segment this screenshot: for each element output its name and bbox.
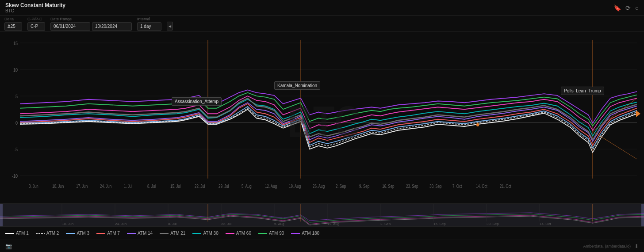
- legend-item-atm180: ATM 180: [291, 231, 319, 236]
- svg-text:24. Jun: 24. Jun: [100, 184, 111, 189]
- svg-text:24. Jun: 24. Jun: [115, 222, 126, 226]
- date-range-label: Date Range: [50, 17, 132, 21]
- bottom-bar: 📷 Amberdata, (amberdata.io) ⬇: [0, 240, 644, 252]
- svg-marker-37: [636, 111, 640, 117]
- header: Skew Constant Maturity BTC 🔖 ⟳ ○: [0, 0, 644, 16]
- bookmark-icon[interactable]: 🔖: [613, 4, 621, 11]
- svg-text:-10: -10: [12, 173, 18, 179]
- svg-text:30. Sep: 30. Sep: [429, 184, 442, 189]
- svg-text:19. Aug: 19. Aug: [327, 222, 339, 226]
- svg-text:3. Jun: 3. Jun: [29, 184, 38, 189]
- svg-text:0: 0: [15, 120, 18, 126]
- header-icons: 🔖 ⟳ ○: [613, 4, 639, 11]
- interval-input[interactable]: [137, 22, 161, 31]
- svg-text:2. Sep: 2. Sep: [380, 222, 391, 226]
- header-left: Skew Constant Maturity BTC: [5, 2, 65, 13]
- legend-label-atm60: ATM 60: [236, 231, 251, 236]
- legend-item-atm90: ATM 90: [258, 231, 284, 236]
- svg-text:14. Oct: 14. Oct: [540, 222, 552, 226]
- navigator[interactable]: 10. Jun 24. Jun 8. Jul 22. Jul 5. Aug 19…: [0, 203, 644, 226]
- collapse-button[interactable]: ◀: [167, 22, 173, 31]
- svg-text:5: 5: [15, 94, 18, 99]
- svg-text:9. Sep: 9. Sep: [359, 184, 369, 189]
- legend-label-atm2: ATM 2: [46, 231, 59, 236]
- credit-text: Amberdata, (amberdata.io): [583, 244, 631, 248]
- delta-input[interactable]: [4, 22, 22, 31]
- svg-text:30. Sep: 30. Sep: [487, 222, 499, 226]
- camera-icon[interactable]: 📷: [5, 243, 12, 249]
- svg-text:26. Aug: 26. Aug: [313, 184, 325, 189]
- delta-group: Delta: [4, 17, 22, 31]
- svg-text:29. Jul: 29. Jul: [218, 184, 229, 189]
- svg-text:22. Jul: 22. Jul: [195, 184, 205, 189]
- svg-point-38: [476, 123, 479, 127]
- svg-text:1. Jul: 1. Jul: [124, 184, 132, 189]
- legend-item-atm3: ATM 3: [66, 231, 89, 236]
- legend-label-atm30: ATM 30: [203, 231, 218, 236]
- annotation-assassination: Assassination_Attemp: [172, 97, 222, 106]
- svg-text:19. Aug: 19. Aug: [289, 184, 301, 189]
- svg-rect-43: [641, 204, 644, 226]
- legend-label-atm180: ATM 180: [302, 231, 319, 236]
- date-end-input[interactable]: [92, 22, 132, 31]
- svg-text:16. Sep: 16. Sep: [382, 184, 395, 189]
- legend: ATM 1 ATM 2 ATM 3 ATM 7 ATM 14 ATM 21 AT…: [0, 226, 644, 240]
- svg-text:10. Jun: 10. Jun: [52, 184, 64, 189]
- svg-text:5. Aug: 5. Aug: [274, 222, 284, 226]
- svg-text:16. Sep: 16. Sep: [433, 222, 446, 226]
- date-range-group: Date Range: [50, 17, 132, 31]
- legend-item-atm7: ATM 7: [96, 231, 120, 236]
- controls-bar: Delta C-P/P-C Date Range Interval ◀: [0, 16, 644, 32]
- svg-text:8. Jul: 8. Jul: [147, 184, 156, 189]
- cpp-label: C-P/P-C: [27, 17, 45, 21]
- date-start-input[interactable]: [50, 22, 90, 31]
- user-icon[interactable]: ○: [635, 4, 639, 11]
- svg-text:-5: -5: [14, 147, 18, 152]
- legend-item-atm30: ATM 30: [192, 231, 218, 236]
- bottom-left-icons: 📷: [5, 243, 12, 249]
- legend-label-atm14: ATM 14: [138, 231, 153, 236]
- interval-group: Interval: [137, 17, 161, 31]
- svg-text:10. Jun: 10. Jun: [62, 222, 73, 226]
- legend-label-atm90: ATM 90: [269, 231, 284, 236]
- legend-item-atm14: ATM 14: [127, 231, 153, 236]
- svg-text:2. Sep: 2. Sep: [336, 184, 346, 189]
- svg-text:7. Oct: 7. Oct: [452, 184, 462, 189]
- download-icon[interactable]: ⬇: [634, 243, 639, 249]
- app-subtitle: BTC: [5, 8, 65, 13]
- legend-label-atm1: ATM 1: [16, 231, 29, 236]
- refresh-icon[interactable]: ⟳: [625, 4, 631, 11]
- svg-text:22. Jul: 22. Jul: [221, 222, 232, 226]
- svg-text:17. Jun: 17. Jun: [76, 184, 88, 189]
- legend-item-atm1: ATM 1: [5, 231, 29, 236]
- svg-text:BTC: BTC: [288, 97, 360, 146]
- legend-label-atm3: ATM 3: [77, 231, 89, 236]
- svg-rect-42: [0, 204, 3, 226]
- svg-text:15. Jul: 15. Jul: [170, 184, 181, 189]
- svg-text:12. Aug: 12. Aug: [265, 184, 277, 189]
- annotation-polls: Polls_Lean_Trump: [561, 87, 604, 95]
- legend-label-atm7: ATM 7: [107, 231, 120, 236]
- app-container: Skew Constant Maturity BTC 🔖 ⟳ ○ Delta C…: [0, 0, 644, 252]
- svg-text:8. Jul: 8. Jul: [168, 222, 176, 226]
- chart-wrapper: 15 10 5 0 -5 -10: [0, 32, 644, 203]
- legend-item-atm2: ATM 2: [36, 231, 59, 236]
- svg-text:10: 10: [13, 67, 18, 73]
- svg-text:5. Aug: 5. Aug: [242, 184, 252, 189]
- main-chart-svg: 15 10 5 0 -5 -10: [0, 32, 644, 203]
- delta-label: Delta: [4, 17, 22, 21]
- app-title: Skew Constant Maturity: [5, 2, 65, 8]
- navigator-svg: 10. Jun 24. Jun 8. Jul 22. Jul 5. Aug 19…: [0, 204, 644, 226]
- svg-text:21. Oct: 21. Oct: [500, 184, 511, 189]
- chart-area: 15 10 5 0 -5 -10: [0, 32, 644, 203]
- legend-item-atm60: ATM 60: [226, 231, 251, 236]
- annotation-kamala: Kamala_Nomination: [274, 81, 320, 90]
- interval-label: Interval: [137, 17, 161, 21]
- svg-text:14. Oct: 14. Oct: [476, 184, 487, 189]
- legend-item-atm21: ATM 21: [160, 231, 185, 236]
- cpp-group: C-P/P-C: [27, 17, 45, 31]
- svg-text:23. Sep: 23. Sep: [406, 184, 418, 189]
- legend-label-atm21: ATM 21: [170, 231, 185, 236]
- svg-text:15: 15: [13, 41, 18, 46]
- cpp-input[interactable]: [27, 22, 45, 31]
